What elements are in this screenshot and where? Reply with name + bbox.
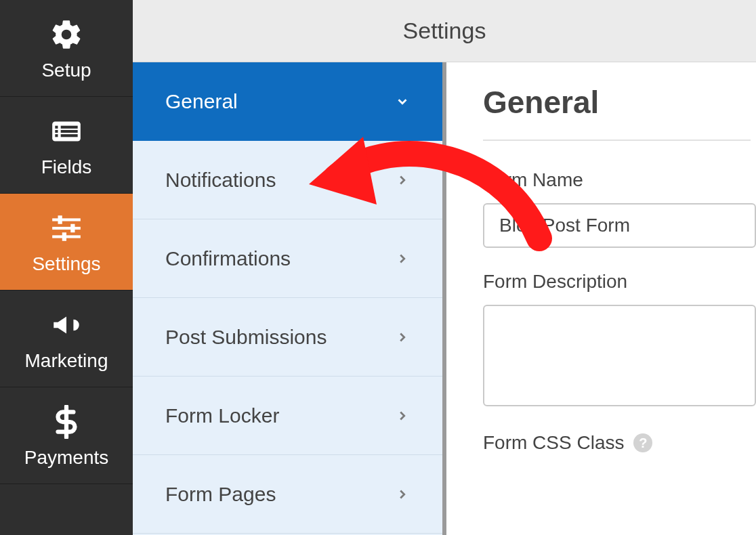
list-icon [49,114,83,148]
svg-rect-8 [52,227,81,230]
help-icon[interactable]: ? [633,433,652,452]
svg-rect-1 [55,126,58,129]
submenu-item-general[interactable]: General [133,62,442,141]
chevron-right-icon [395,330,410,345]
submenu-label: Post Submissions [165,326,327,349]
submenu-label: Form Locker [165,404,279,427]
submenu-item-post-submissions[interactable]: Post Submissions [133,298,442,377]
nav-item-payments[interactable]: Payments [0,387,133,484]
submenu-label: General [165,90,238,113]
sliders-icon [49,211,83,245]
submenu-item-form-pages[interactable]: Form Pages [133,455,442,534]
chevron-right-icon [395,173,410,188]
content-panel: General Form Name Form Description Form … [446,62,756,535]
chevron-right-icon [395,487,410,502]
nav-item-setup[interactable]: Setup [0,0,133,97]
nav-label: Marketing [25,350,108,372]
svg-rect-12 [62,232,66,241]
form-name-label: Form Name [483,169,756,191]
nav-item-fields[interactable]: Fields [0,97,133,194]
svg-rect-5 [61,130,78,133]
svg-rect-6 [61,134,78,137]
submenu-label: Confirmations [165,247,291,270]
nav-item-marketing[interactable]: Marketing [0,291,133,387]
form-css-label: Form CSS Class [483,432,624,454]
form-name-input[interactable] [483,203,756,248]
svg-rect-7 [52,218,81,221]
svg-rect-3 [55,134,58,137]
topbar: Settings [133,0,756,62]
submenu-label: Notifications [165,169,276,192]
submenu-label: Form Pages [165,483,276,506]
page-title: Settings [403,18,486,44]
nav-item-settings[interactable]: Settings [0,194,133,291]
gear-icon [49,18,83,51]
dollar-icon [49,405,83,439]
nav-label: Payments [24,447,109,469]
chevron-right-icon [395,408,410,423]
submenu-item-confirmations[interactable]: Confirmations [133,219,442,298]
nav-label: Fields [41,156,92,178]
svg-rect-10 [58,215,62,224]
svg-rect-11 [70,224,75,233]
bullhorn-icon [49,308,83,342]
submenu-item-form-locker[interactable]: Form Locker [133,377,442,455]
divider [483,140,751,141]
chevron-right-icon [395,251,410,266]
chevron-down-icon [395,94,410,109]
svg-rect-2 [55,130,58,133]
section-title: General [483,84,756,121]
nav-label: Setup [41,60,91,81]
sidebar-nav: Setup Fields Settings Marketing Payments [0,0,133,535]
form-description-input[interactable] [483,305,756,406]
nav-label: Settings [32,253,100,275]
form-description-label: Form Description [483,271,756,293]
submenu-item-notifications[interactable]: Notifications [133,141,442,219]
settings-submenu: General Notifications Confirmations [133,62,446,535]
svg-rect-4 [61,126,78,129]
